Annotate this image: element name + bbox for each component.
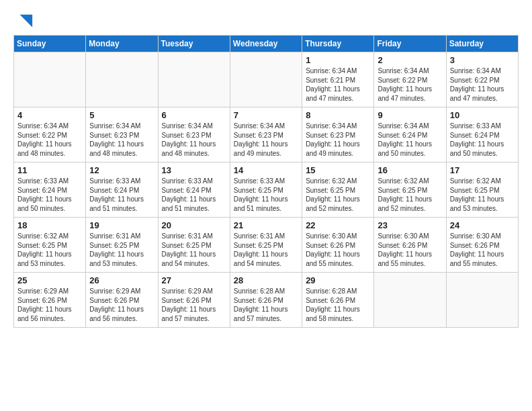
day-info: Sunrise: 6:33 AMSunset: 6:24 PMDaylight:… (450, 122, 515, 158)
calendar-cell (374, 273, 446, 328)
day-number: 14 (234, 165, 298, 175)
day-info: Sunrise: 6:33 AMSunset: 6:24 PMDaylight:… (89, 177, 154, 213)
day-info: Sunrise: 6:28 AMSunset: 6:26 PMDaylight:… (234, 287, 298, 323)
calendar-cell: 22Sunrise: 6:30 AMSunset: 6:26 PMDayligh… (302, 218, 374, 273)
day-info: Sunrise: 6:31 AMSunset: 6:25 PMDaylight:… (162, 232, 226, 268)
day-number: 3 (450, 55, 515, 65)
day-info: Sunrise: 6:31 AMSunset: 6:25 PMDaylight:… (234, 232, 298, 268)
calendar-cell: 15Sunrise: 6:32 AMSunset: 6:25 PMDayligh… (302, 163, 374, 218)
calendar-week-5: 25Sunrise: 6:29 AMSunset: 6:26 PMDayligh… (14, 273, 519, 328)
day-number: 20 (162, 220, 226, 230)
calendar-cell: 24Sunrise: 6:30 AMSunset: 6:26 PMDayligh… (446, 218, 518, 273)
day-number: 8 (306, 110, 370, 120)
svg-marker-0 (19, 15, 32, 28)
calendar-cell: 3Sunrise: 6:34 AMSunset: 6:22 PMDaylight… (446, 52, 518, 107)
calendar-week-2: 4Sunrise: 6:34 AMSunset: 6:22 PMDaylight… (14, 107, 519, 163)
day-info: Sunrise: 6:29 AMSunset: 6:26 PMDaylight:… (89, 287, 154, 323)
day-number: 12 (89, 165, 154, 175)
calendar-cell: 6Sunrise: 6:34 AMSunset: 6:23 PMDaylight… (158, 107, 230, 163)
calendar-cell (86, 52, 158, 107)
day-number: 18 (17, 220, 82, 230)
calendar-cell: 19Sunrise: 6:31 AMSunset: 6:25 PMDayligh… (86, 218, 158, 273)
day-number: 10 (450, 110, 515, 120)
day-number: 4 (17, 110, 82, 120)
calendar-table: SundayMondayTuesdayWednesdayThursdayFrid… (13, 35, 519, 328)
day-number: 6 (162, 110, 226, 120)
calendar-cell: 25Sunrise: 6:29 AMSunset: 6:26 PMDayligh… (14, 273, 86, 328)
calendar-cell: 10Sunrise: 6:33 AMSunset: 6:24 PMDayligh… (446, 107, 518, 163)
calendar-cell (446, 273, 518, 328)
calendar-week-4: 18Sunrise: 6:32 AMSunset: 6:25 PMDayligh… (14, 218, 519, 273)
page: SundayMondayTuesdayWednesdayThursdayFrid… (0, 0, 532, 334)
header (13, 12, 519, 31)
calendar-cell: 21Sunrise: 6:31 AMSunset: 6:25 PMDayligh… (230, 218, 302, 273)
day-info: Sunrise: 6:34 AMSunset: 6:21 PMDaylight:… (306, 66, 370, 103)
day-number: 2 (378, 55, 442, 65)
calendar-header-friday: Friday (374, 36, 446, 52)
day-number: 13 (162, 165, 226, 175)
day-info: Sunrise: 6:34 AMSunset: 6:22 PMDaylight:… (17, 122, 82, 158)
calendar-header-tuesday: Tuesday (158, 36, 230, 52)
day-number: 5 (89, 110, 154, 120)
calendar-week-3: 11Sunrise: 6:33 AMSunset: 6:24 PMDayligh… (14, 163, 519, 218)
day-info: Sunrise: 6:34 AMSunset: 6:22 PMDaylight:… (378, 66, 442, 103)
day-info: Sunrise: 6:33 AMSunset: 6:25 PMDaylight:… (234, 177, 298, 213)
calendar-header-sunday: Sunday (14, 36, 86, 52)
calendar-cell: 13Sunrise: 6:33 AMSunset: 6:24 PMDayligh… (158, 163, 230, 218)
day-number: 15 (306, 165, 370, 175)
day-number: 9 (378, 110, 442, 120)
calendar-cell: 17Sunrise: 6:32 AMSunset: 6:25 PMDayligh… (446, 163, 518, 218)
calendar-cell: 12Sunrise: 6:33 AMSunset: 6:24 PMDayligh… (86, 163, 158, 218)
day-info: Sunrise: 6:34 AMSunset: 6:23 PMDaylight:… (234, 122, 298, 158)
day-number: 23 (378, 220, 442, 230)
day-info: Sunrise: 6:29 AMSunset: 6:26 PMDaylight:… (17, 287, 82, 323)
calendar-cell: 5Sunrise: 6:34 AMSunset: 6:23 PMDaylight… (86, 107, 158, 163)
day-number: 16 (378, 165, 442, 175)
calendar-header-thursday: Thursday (302, 36, 374, 52)
day-info: Sunrise: 6:32 AMSunset: 6:25 PMDaylight:… (450, 177, 515, 213)
calendar-cell: 18Sunrise: 6:32 AMSunset: 6:25 PMDayligh… (14, 218, 86, 273)
calendar-cell: 2Sunrise: 6:34 AMSunset: 6:22 PMDaylight… (374, 52, 446, 107)
day-number: 28 (234, 275, 298, 285)
calendar-header-row: SundayMondayTuesdayWednesdayThursdayFrid… (14, 36, 519, 52)
day-info: Sunrise: 6:30 AMSunset: 6:26 PMDaylight:… (450, 232, 515, 268)
calendar-cell: 29Sunrise: 6:28 AMSunset: 6:26 PMDayligh… (302, 273, 374, 328)
calendar-cell: 26Sunrise: 6:29 AMSunset: 6:26 PMDayligh… (86, 273, 158, 328)
day-info: Sunrise: 6:29 AMSunset: 6:26 PMDaylight:… (162, 287, 226, 323)
calendar-cell: 4Sunrise: 6:34 AMSunset: 6:22 PMDaylight… (14, 107, 86, 163)
day-info: Sunrise: 6:32 AMSunset: 6:25 PMDaylight:… (17, 232, 82, 268)
day-number: 7 (234, 110, 298, 120)
calendar-cell (158, 52, 230, 107)
calendar-cell: 20Sunrise: 6:31 AMSunset: 6:25 PMDayligh… (158, 218, 230, 273)
logo (13, 12, 34, 31)
calendar-week-1: 1Sunrise: 6:34 AMSunset: 6:21 PMDaylight… (14, 52, 519, 107)
calendar-cell: 7Sunrise: 6:34 AMSunset: 6:23 PMDaylight… (230, 107, 302, 163)
day-number: 25 (17, 275, 82, 285)
day-number: 24 (450, 220, 515, 230)
calendar-cell: 9Sunrise: 6:34 AMSunset: 6:24 PMDaylight… (374, 107, 446, 163)
day-number: 21 (234, 220, 298, 230)
calendar-cell: 14Sunrise: 6:33 AMSunset: 6:25 PMDayligh… (230, 163, 302, 218)
day-number: 11 (17, 165, 82, 175)
calendar-cell: 28Sunrise: 6:28 AMSunset: 6:26 PMDayligh… (230, 273, 302, 328)
calendar-header-saturday: Saturday (446, 36, 518, 52)
day-info: Sunrise: 6:33 AMSunset: 6:24 PMDaylight:… (17, 177, 82, 213)
day-info: Sunrise: 6:34 AMSunset: 6:23 PMDaylight:… (306, 122, 370, 158)
calendar-header-monday: Monday (86, 36, 158, 52)
calendar-cell (230, 52, 302, 107)
calendar-cell (14, 52, 86, 107)
day-number: 26 (89, 275, 154, 285)
day-info: Sunrise: 6:32 AMSunset: 6:25 PMDaylight:… (378, 177, 442, 213)
day-number: 27 (162, 275, 226, 285)
calendar-cell: 11Sunrise: 6:33 AMSunset: 6:24 PMDayligh… (14, 163, 86, 218)
day-number: 22 (306, 220, 370, 230)
day-info: Sunrise: 6:28 AMSunset: 6:26 PMDaylight:… (306, 287, 370, 323)
day-info: Sunrise: 6:34 AMSunset: 6:23 PMDaylight:… (89, 122, 154, 158)
day-number: 29 (306, 275, 370, 285)
day-info: Sunrise: 6:34 AMSunset: 6:23 PMDaylight:… (162, 122, 226, 158)
day-info: Sunrise: 6:34 AMSunset: 6:22 PMDaylight:… (450, 66, 515, 103)
day-info: Sunrise: 6:30 AMSunset: 6:26 PMDaylight:… (306, 232, 370, 268)
logo-icon (15, 12, 34, 31)
day-info: Sunrise: 6:30 AMSunset: 6:26 PMDaylight:… (378, 232, 442, 268)
calendar-cell: 23Sunrise: 6:30 AMSunset: 6:26 PMDayligh… (374, 218, 446, 273)
